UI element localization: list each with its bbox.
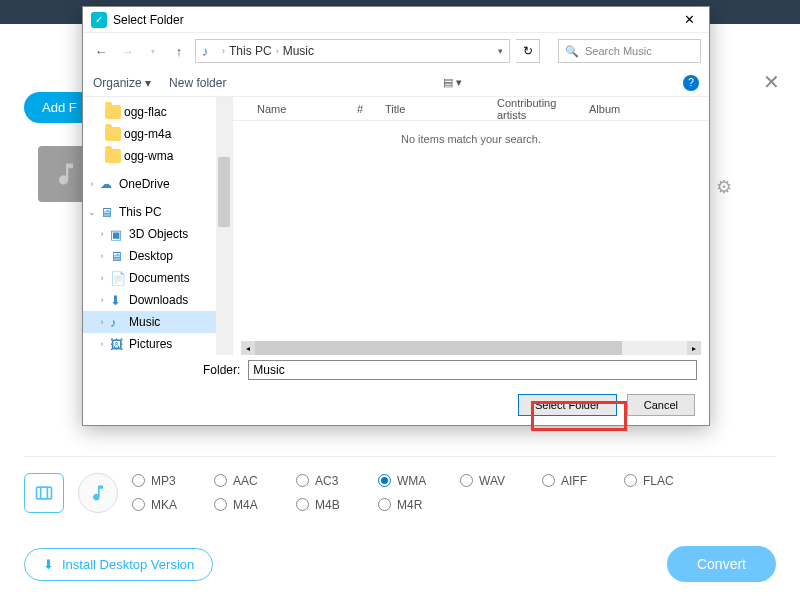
install-desktop-button[interactable]: ⬇ Install Desktop Version: [24, 548, 213, 581]
radio-icon: [132, 474, 145, 487]
dialog-app-icon: ✓: [91, 12, 107, 28]
format-wma[interactable]: WMA: [378, 474, 460, 488]
svg-rect-0: [37, 487, 52, 499]
music-icon: ♪: [202, 44, 218, 58]
download-icon: ⬇: [43, 557, 54, 572]
chevron-down-icon[interactable]: ▾: [498, 46, 503, 56]
nav-back-icon[interactable]: ←: [91, 41, 111, 61]
format-mp3[interactable]: MP3: [132, 474, 214, 488]
nav-recent-icon[interactable]: ▾: [143, 41, 163, 61]
organize-menu[interactable]: Organize ▾: [93, 76, 151, 90]
app-close-icon[interactable]: ✕: [763, 70, 780, 94]
radio-icon: [214, 474, 227, 487]
format-aac[interactable]: AAC: [214, 474, 296, 488]
radio-icon: [296, 474, 309, 487]
search-icon: 🔍: [565, 45, 579, 58]
horizontal-scrollbar[interactable]: ◂▸: [241, 341, 701, 355]
video-tile-icon[interactable]: [24, 473, 64, 513]
refresh-icon[interactable]: ↻: [516, 39, 540, 63]
radio-icon: [542, 474, 555, 487]
radio-icon: [378, 498, 391, 511]
format-m4a[interactable]: M4A: [214, 498, 296, 512]
folder-label: Folder:: [203, 363, 240, 377]
audio-tile-icon[interactable]: [78, 473, 118, 513]
help-icon[interactable]: ?: [683, 75, 699, 91]
column-headers[interactable]: Name # Title Contributing artists Album: [233, 97, 709, 121]
format-wav[interactable]: WAV: [460, 474, 542, 488]
settings-gear-icon[interactable]: ⚙: [716, 176, 732, 198]
select-folder-dialog: ✓ Select Folder ✕ ← → ▾ ↑ ♪ › This PC › …: [82, 6, 710, 426]
radio-icon: [378, 474, 391, 487]
radio-icon: [214, 498, 227, 511]
format-mka[interactable]: MKA: [132, 498, 214, 512]
select-folder-button[interactable]: Select Folder: [518, 394, 617, 416]
format-m4r[interactable]: M4R: [378, 498, 460, 512]
format-flac[interactable]: FLAC: [624, 474, 706, 488]
tree-scrollbar[interactable]: [216, 97, 232, 355]
format-m4b[interactable]: M4B: [296, 498, 378, 512]
nav-up-icon[interactable]: ↑: [169, 41, 189, 61]
folder-tree[interactable]: ogg-flac ogg-m4a ogg-wma ›☁OneDrive ⌄🖥Th…: [83, 97, 233, 355]
address-bar[interactable]: ♪ › This PC › Music ▾: [195, 39, 510, 63]
search-input[interactable]: 🔍 Search Music: [558, 39, 701, 63]
cancel-button[interactable]: Cancel: [627, 394, 695, 416]
tree-item-music: ›♪Music: [83, 311, 232, 333]
convert-button[interactable]: Convert: [667, 546, 776, 582]
radio-icon: [460, 474, 473, 487]
nav-forward-icon: →: [117, 41, 137, 61]
radio-icon: [296, 498, 309, 511]
dialog-title: Select Folder: [113, 13, 184, 27]
cloud-icon: ☁: [100, 177, 116, 191]
dialog-close-icon[interactable]: ✕: [678, 10, 701, 29]
format-aiff[interactable]: AIFF: [542, 474, 624, 488]
view-options-icon[interactable]: ▤ ▾: [443, 76, 462, 89]
radio-icon: [132, 498, 145, 511]
radio-icon: [624, 474, 637, 487]
new-folder-button[interactable]: New folder: [169, 76, 226, 90]
empty-message: No items match your search.: [233, 133, 709, 145]
folder-input[interactable]: [248, 360, 697, 380]
pc-icon: 🖥: [100, 205, 116, 219]
format-ac3[interactable]: AC3: [296, 474, 378, 488]
